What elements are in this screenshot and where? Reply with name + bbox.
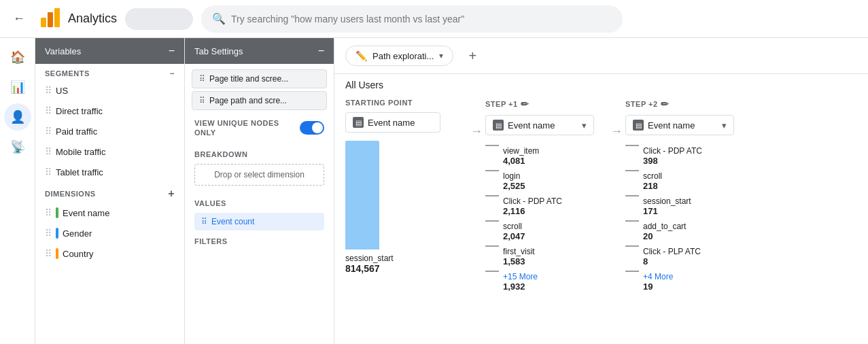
- segment-item-direct[interactable]: ⠿ Direct traffic: [35, 101, 184, 121]
- step2-label: STEP +2: [625, 100, 658, 108]
- path-tab-label: Path explorati...: [372, 51, 434, 61]
- search-input[interactable]: [231, 14, 612, 24]
- list-item: first_visit 1,583: [485, 244, 608, 268]
- session-start-info: session_start 814,567: [345, 254, 394, 274]
- session-start-name: session_start: [345, 254, 394, 263]
- dimensions-list: ⠿ Event name ⠿ Gender ⠿ Country: [35, 203, 184, 264]
- chip-drag-icon: ⠿: [199, 74, 205, 84]
- topbar: ← Analytics 🔍: [0, 0, 868, 38]
- event-count-value: 398: [625, 156, 748, 166]
- list-item: view_item 4,081: [485, 143, 608, 167]
- more-link-step1[interactable]: +15 More: [485, 272, 608, 281]
- nav-user-button[interactable]: 👤: [4, 103, 31, 131]
- values-chip-label: Event count: [211, 217, 254, 226]
- breakdown-chip-label-2: Page path and scre...: [209, 96, 287, 105]
- dimension-item-gender[interactable]: ⠿ Gender: [35, 223, 184, 243]
- all-users-subtitle: All Users: [334, 74, 868, 96]
- values-chip-icon: ⠿: [201, 217, 207, 226]
- values-section-title: VALUES: [194, 199, 324, 207]
- breakdown-chip-pagepath[interactable]: ⠿ Page path and scre...: [192, 91, 327, 110]
- step2-column: STEP +2 ✏ ▤ Event name ▾ Click - PDP ATC…: [625, 96, 748, 293]
- variables-panel-header: Variables −: [35, 38, 184, 64]
- path-panel: ✏️ Path explorati... ▾ + All Users START…: [334, 38, 868, 344]
- step2-events-list: Click - PDP ATC 398 scroll 218 session_s…: [625, 143, 748, 293]
- list-item: Click - PDP ATC 398: [625, 143, 748, 167]
- step2-edit-icon[interactable]: ✏: [661, 99, 670, 109]
- tab-settings-panel: Tab Settings − ⠿ Page title and scree...…: [185, 38, 334, 344]
- drag-handle-icon: ⠿: [45, 248, 52, 259]
- variables-collapse-button[interactable]: −: [169, 45, 175, 57]
- list-item: add_to_cart 20: [625, 219, 748, 243]
- tab-settings-panel-header: Tab Settings −: [185, 38, 334, 64]
- plus-icon: +: [468, 48, 476, 64]
- dimension-color-bar: [56, 207, 58, 218]
- step2-selector[interactable]: ▤ Event name ▾: [625, 115, 734, 135]
- nav-signal-button[interactable]: 📡: [4, 133, 31, 160]
- starting-point-selector[interactable]: ▤ Event name: [345, 112, 440, 133]
- list-item: Click - PLP ATC 8: [625, 244, 748, 268]
- dimension-item-event[interactable]: ⠿ Event name: [35, 203, 184, 223]
- step1-selector-label: Event name: [508, 120, 555, 131]
- account-chip[interactable]: [125, 8, 193, 30]
- app-title: Analytics: [68, 12, 117, 26]
- home-icon: 🏠: [10, 50, 25, 65]
- event-name-label: scroll: [485, 222, 608, 231]
- more-count-step1: 1,932: [485, 281, 608, 292]
- dimension-item-country[interactable]: ⠿ Country: [35, 243, 184, 264]
- tab-settings-collapse-button[interactable]: −: [318, 45, 324, 57]
- list-item: login 2,525: [485, 169, 608, 192]
- main-layout: Variables − SEGMENTS − ⠿ US ⠿ Direct tra…: [35, 38, 868, 344]
- list-item: +15 More 1,932: [485, 269, 608, 293]
- event-count-value: 218: [625, 181, 748, 191]
- nav-home-button[interactable]: 🏠: [4, 44, 31, 71]
- event-count-value: 2,525: [485, 181, 608, 191]
- more-link-step2[interactable]: +4 More: [625, 272, 748, 281]
- nav-chart-button[interactable]: 📊: [4, 73, 31, 101]
- list-item: Click - PDP ATC 2,116: [485, 194, 608, 218]
- event-name-label: Click - PLP ATC: [625, 247, 748, 256]
- breakdown-section: BREAKDOWN Drop or select dimension: [185, 143, 334, 192]
- values-chip-event-count[interactable]: ⠿ Event count: [194, 213, 324, 230]
- svg-rect-0: [41, 18, 46, 27]
- path-tab[interactable]: ✏️ Path explorati... ▾: [345, 46, 453, 66]
- step-selector-icon: ▤: [353, 117, 364, 128]
- step1-selector[interactable]: ▤ Event name ▾: [485, 115, 594, 135]
- step1-events-list: view_item 4,081 login 2,525 Click - PDP …: [485, 143, 608, 293]
- left-nav: 🏠 📊 👤 📡: [0, 38, 35, 344]
- step1-edit-icon[interactable]: ✏: [521, 99, 530, 109]
- event-name-label: add_to_cart: [625, 222, 748, 231]
- variables-panel: Variables − SEGMENTS − ⠿ US ⠿ Direct tra…: [35, 38, 185, 344]
- view-unique-nodes-row: VIEW UNIQUE NODES ONLY: [185, 113, 334, 143]
- starting-point-selector-label: Event name: [368, 118, 415, 128]
- breakdown-section-title: BREAKDOWN: [194, 150, 324, 158]
- breakdown-chip-pagetitle[interactable]: ⠿ Page title and scree...: [192, 69, 327, 88]
- segment-item-tablet[interactable]: ⠿ Tablet traffic: [35, 162, 184, 182]
- segment-item-mobile[interactable]: ⠿ Mobile traffic: [35, 141, 184, 162]
- session-start-count: 814,567: [345, 263, 394, 274]
- segment-label-mobile: Mobile traffic: [56, 147, 105, 157]
- view-unique-nodes-toggle[interactable]: [300, 121, 324, 135]
- list-item: session_start 171: [625, 194, 748, 218]
- drag-handle-icon: ⠿: [45, 126, 52, 137]
- add-tab-button[interactable]: +: [462, 45, 483, 67]
- search-bar[interactable]: 🔍: [201, 5, 623, 33]
- back-icon: ←: [13, 12, 25, 26]
- dimensions-add-button[interactable]: +: [168, 188, 175, 200]
- logo-area: Analytics: [38, 5, 117, 32]
- segment-item-us[interactable]: ⠿ US: [35, 80, 184, 101]
- dimension-color-bar: [56, 248, 58, 259]
- back-button[interactable]: ←: [8, 8, 30, 30]
- drag-handle-icon: ⠿: [45, 167, 52, 177]
- segment-label-tablet: Tablet traffic: [56, 167, 103, 177]
- step-selector-icon: ▤: [633, 120, 644, 131]
- filters-section-title: FILTERS: [194, 237, 324, 245]
- event-count-value: 171: [625, 206, 748, 216]
- dimension-label-event: Event name: [63, 208, 109, 218]
- top-breakdown-chips: ⠿ Page title and scree... ⠿ Page path an…: [185, 64, 334, 113]
- segment-item-paid[interactable]: ⠿ Paid traffic: [35, 121, 184, 141]
- arrow-connector-2: →: [608, 96, 625, 139]
- list-item: +4 More 19: [625, 269, 748, 293]
- values-section: VALUES ⠿ Event count: [185, 192, 334, 237]
- event-name-label: view_item: [485, 146, 608, 156]
- drop-dimension-zone[interactable]: Drop or select dimension: [194, 164, 324, 186]
